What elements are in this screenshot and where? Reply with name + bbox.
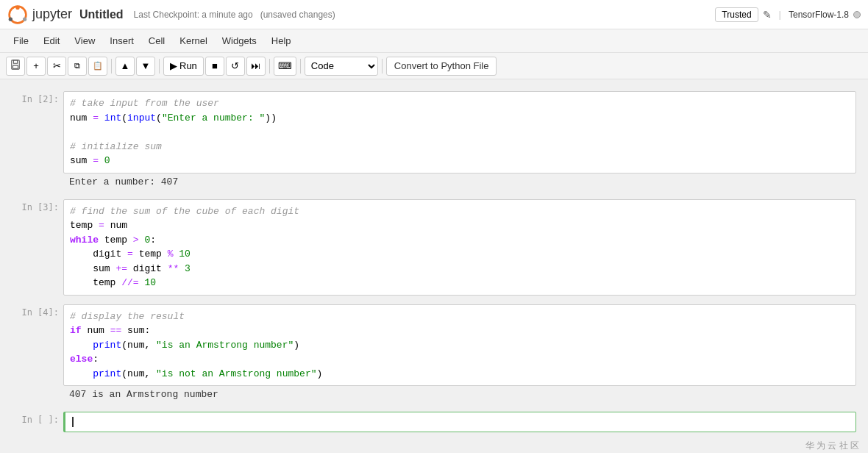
menu-view[interactable]: View [68,33,101,49]
copy-icon: ⧉ [74,61,80,71]
svg-rect-6 [13,65,18,68]
menu-widgets[interactable]: Widgets [216,33,263,49]
code-line: num = int(input("Enter a number: ")) [70,112,277,124]
logo-area: jupyter Untitled Last Checkpoint: a minu… [7,4,335,25]
topbar: jupyter Untitled Last Checkpoint: a minu… [0,0,868,29]
cell-2-content[interactable]: # take input from the user num = int(inp… [63,91,856,173]
menu-help[interactable]: Help [266,33,297,49]
code-line: if num == sum: [70,325,150,336]
paste-icon: 📋 [93,61,103,71]
paste-button[interactable]: 📋 [88,57,107,76]
restart-icon: ↺ [231,60,239,71]
edit-icon[interactable]: ✎ [763,9,772,21]
kernel-status-icon [853,11,861,18]
keyboard-button[interactable]: ⌨ [274,57,296,76]
save-icon [10,60,21,72]
kernel-area: Trusted ✎ | TensorFlow-1.8 [715,7,861,22]
move-up-icon: ▲ [121,60,130,71]
svg-rect-5 [13,60,17,63]
cell-3-content[interactable]: # find the sum of the cube of each digit… [63,199,856,296]
cell-type-select[interactable]: Code Markdown Raw NBConvert Heading [305,57,378,76]
cursor-line [72,417,74,427]
app-name: jupyter [32,7,72,22]
menubar: File Edit View Insert Cell Kernel Widget… [0,29,868,53]
keyboard-icon: ⌨ [278,60,292,71]
code-line: # initialize sum [70,141,162,152]
cell-3: In [3]: # find the sum of the cube of ea… [12,199,856,296]
menu-edit[interactable]: Edit [38,33,65,49]
cut-button[interactable]: ✂ [47,57,66,76]
svg-point-1 [15,5,19,9]
run-label: Run [179,60,197,71]
code-line: while temp > 0: [70,235,156,246]
add-cell-button[interactable]: + [26,57,46,76]
save-button[interactable] [6,57,25,76]
restart-all-icon: ⏭ [251,60,260,71]
notebook-area: In [2]: # take input from the user num =… [0,79,868,453]
separator-1 [111,59,112,74]
watermark: 华 为 云 社 区 [805,440,859,452]
cell-4-label: In [4]: [12,304,63,318]
checkpoint-info: Last Checkpoint: a minute ago (unsaved c… [134,10,335,20]
toolbar: + ✂ ⧉ 📋 ▲ ▼ ▶ Run ■ ↺ ⏭ ⌨ Code Markdown … [0,53,868,79]
cut-icon: ✂ [53,60,61,71]
menu-insert[interactable]: Insert [104,33,140,49]
cell-4: In [4]: # display the result if num == s… [12,304,856,404]
move-down-icon: ▼ [141,60,151,71]
menu-kernel[interactable]: Kernel [174,33,213,49]
separator-5 [382,59,383,74]
code-line: # display the result [70,311,185,322]
cell-2-output: Enter a number: 407 [63,173,856,190]
move-down-button[interactable]: ▼ [136,57,155,76]
notebook-title[interactable]: Untitled [79,8,124,21]
menu-cell[interactable]: Cell [143,33,171,49]
run-button[interactable]: ▶ Run [163,57,204,76]
jupyter-logo-icon [7,4,28,25]
cell-3-label: In [3]: [12,199,63,212]
code-line: # take input from the user [70,98,219,109]
code-line: temp //= 10 [70,277,156,288]
code-line: print(num, "is an Armstrong number") [70,340,299,351]
separator-4 [300,59,301,74]
trusted-button[interactable]: Trusted [715,7,758,22]
cell-empty: In [ ]: [12,412,856,432]
code-line: # find the sum of the cube of each digit [70,206,299,217]
svg-point-2 [23,17,26,21]
move-up-button[interactable]: ▲ [115,57,135,76]
cell-2-label: In [2]: [12,91,63,104]
code-line: else: [70,354,99,365]
cell-4-output: 407 is an Armstrong number [63,386,856,403]
menu-file[interactable]: File [7,33,35,49]
code-line: sum = 0 [70,155,110,166]
cell-empty-content[interactable] [63,412,856,432]
cell-2: In [2]: # take input from the user num =… [12,91,856,190]
run-play-icon: ▶ [170,60,177,71]
stop-icon: ■ [212,60,218,71]
cell-empty-label: In [ ]: [12,412,63,425]
kernel-separator: | [779,9,781,20]
restart-button[interactable]: ↺ [226,57,245,76]
add-cell-icon: + [33,60,39,71]
code-line: sum += digit ** 3 [70,263,191,274]
stop-button[interactable]: ■ [205,57,224,76]
svg-point-3 [9,17,13,21]
code-line: temp = num [70,220,127,231]
restart-all-button[interactable]: ⏭ [246,57,266,76]
cell-4-content[interactable]: # display the result if num == sum: prin… [63,304,856,387]
separator-2 [159,59,160,74]
separator-3 [269,59,270,74]
kernel-name: TensorFlow-1.8 [789,10,849,20]
code-line: print(num, "is not an Armstrong number") [70,368,322,379]
copy-button[interactable]: ⧉ [68,57,87,76]
convert-button[interactable]: Convert to Python File [386,57,497,76]
code-line: digit = temp % 10 [70,248,191,260]
